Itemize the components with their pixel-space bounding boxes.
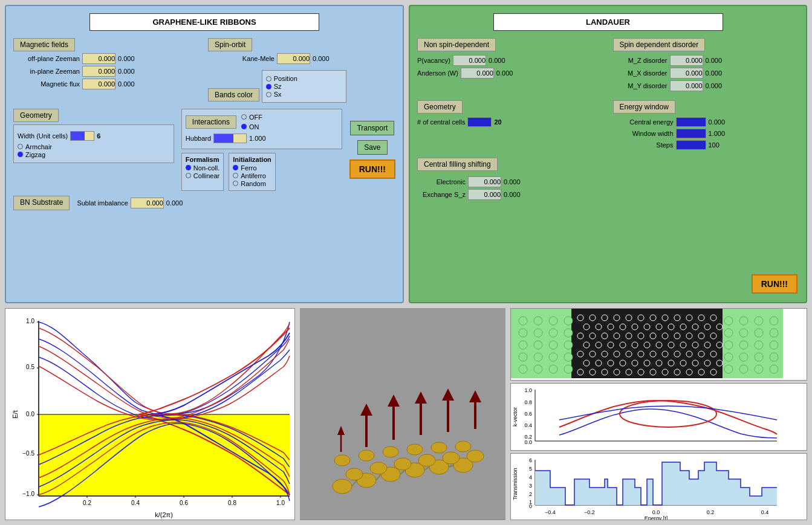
mz-input[interactable] [670, 55, 703, 66]
off-plane-input[interactable] [82, 53, 115, 64]
mag-flux-input[interactable] [82, 79, 115, 89]
position-label: Position [274, 75, 297, 82]
magnetic-fields-btn[interactable]: Magnetic fields [13, 38, 75, 51]
sx-radio[interactable]: Sx [266, 91, 342, 98]
mx-input[interactable] [670, 68, 703, 79]
bands-color-btn[interactable]: Bands color [208, 88, 259, 101]
my-input[interactable] [670, 80, 703, 91]
x-label-08: 0.8 [228, 500, 236, 506]
antiferro-icon [233, 173, 238, 178]
anderson-input[interactable] [461, 68, 494, 79]
run-button-left[interactable]: RUN!!! [349, 159, 395, 179]
exchange-input[interactable] [468, 189, 501, 200]
electronic-input[interactable] [468, 176, 501, 187]
energy-window-section: Energy window Central energy 0.000 Windo… [613, 100, 799, 152]
x-label-06: 0.6 [180, 500, 188, 506]
energy-window-btn[interactable]: Energy window [613, 100, 675, 114]
atom-9 [394, 458, 411, 470]
green-dot [534, 365, 542, 373]
width-slider[interactable] [70, 131, 94, 141]
right-panel: LANDAUER Non spin-dependent P(vacancy) 0… [409, 5, 807, 303]
trans-y-6: 6 [529, 457, 532, 463]
sz-radio[interactable]: Sz [266, 83, 342, 90]
green-dot [534, 353, 542, 361]
non-coll-radio[interactable]: Non-coll. [186, 164, 219, 172]
sublat-input[interactable] [131, 198, 164, 208]
transport-button[interactable]: Transport [350, 121, 394, 135]
spinorbit-section: Spin-orbit Kane-Mele 0.000 Bands color P… [208, 38, 395, 104]
right-geometry-btn[interactable]: Geometry [417, 100, 463, 114]
trans-y-label: Transmission [512, 468, 518, 500]
armchair-radio[interactable]: Armchair [18, 143, 170, 150]
action-buttons: Transport Save RUN!!! [349, 109, 395, 191]
on-radio-icon [241, 124, 247, 129]
trans-y-0: 0 [529, 503, 532, 509]
steps-bar[interactable] [676, 140, 706, 150]
left-top-section: Magnetic fields off-plane Zeeman 0.000 i… [13, 38, 395, 104]
right-geometry-section: Geometry # of central cells 20 [417, 100, 603, 152]
hubbard-slider[interactable] [213, 134, 247, 143]
off-radio[interactable]: OFF [241, 114, 262, 121]
green-dot [519, 341, 527, 349]
green-dot [755, 329, 763, 337]
geometry-btn[interactable]: Geometry [13, 109, 59, 122]
on-radio[interactable]: ON [241, 123, 262, 130]
left-middle-section: Geometry Width (Unit cells) 6 Armchair [13, 109, 395, 191]
ferro-radio[interactable]: Ferro [233, 164, 271, 172]
green-dot [519, 329, 527, 337]
position-radio[interactable]: Position [266, 75, 342, 82]
central-energy-bar[interactable] [676, 117, 706, 127]
trans-x-00: 0.0 [652, 509, 660, 515]
in-plane-input[interactable] [82, 66, 115, 77]
green-dot [724, 353, 733, 361]
kane-mele-input[interactable] [277, 53, 310, 64]
interactions-btn[interactable]: Interactions [186, 115, 236, 129]
kspace-y-04: 0.4 [524, 422, 532, 428]
non-spin-btn[interactable]: Non spin-dependent [417, 38, 496, 51]
p-vacancy-input[interactable] [453, 55, 486, 66]
exchange-row: Exchange S_z 0.000 [417, 189, 799, 200]
green-dot [770, 365, 778, 373]
spin-dep-btn[interactable]: Spin dependent disorder [613, 38, 706, 51]
mz-row: M_Z disorder 0.000 [613, 55, 799, 66]
mz-value: 0.000 [706, 57, 723, 64]
sublat-row: Sublat imbalance 0.000 [77, 198, 183, 208]
trans-y-4: 4 [529, 474, 532, 480]
collinear-radio[interactable]: Collinear [186, 172, 219, 179]
top-row: GRAPHENE-LIKE RIBBONS Magnetic fields of… [0, 0, 812, 308]
p-vacancy-value: 0.000 [489, 57, 505, 64]
in-plane-row: in-plane Zeeman 0.000 [13, 66, 201, 77]
kspace-y-10: 1.0 [524, 387, 532, 393]
green-dot [755, 341, 763, 349]
green-dot [534, 341, 542, 349]
save-button[interactable]: Save [357, 140, 387, 155]
mz-label: M_Z disorder [613, 57, 667, 64]
transmission-chart: 6 5 4 3 2 1 0 Transmission −0.4 −0.2 0.0… [510, 453, 807, 521]
spin-orbit-btn[interactable]: Spin-orbit [208, 38, 252, 51]
my-row: M_Y disorder 0.000 [613, 80, 799, 91]
zigzag-radio[interactable]: Zigzag [18, 151, 170, 158]
green-dot [534, 317, 542, 325]
atom-10 [418, 454, 435, 466]
init-label: Initialization [233, 156, 271, 163]
atom-14 [359, 450, 374, 461]
mol-visual [300, 308, 505, 520]
anderson-row: Anderson (W) 0.000 [417, 68, 603, 79]
bn-substrate-btn[interactable]: BN Substrate [13, 196, 70, 210]
non-coll-label: Non-coll. [193, 164, 219, 172]
antiferro-radio[interactable]: Antiferro [233, 172, 271, 179]
bands-color-section: Bands color Position Sz [208, 70, 395, 104]
x-axis-label: k/(2π) [155, 511, 173, 518]
run-button-right[interactable]: RUN!!! [752, 274, 797, 294]
window-width-bar[interactable] [676, 129, 706, 138]
left-panel-title: GRAPHENE-LIKE RIBBONS [89, 13, 319, 31]
random-radio[interactable]: Random [233, 180, 271, 187]
right-panel-title: LANDAUER [493, 13, 723, 31]
green-dot [755, 317, 763, 325]
interactions-box: Interactions OFF ON [181, 109, 342, 149]
trans-y-3: 3 [529, 483, 532, 489]
exchange-value: 0.000 [504, 191, 521, 198]
central-cells-slider[interactable] [467, 117, 492, 127]
central-filling-btn[interactable]: Central filling shifting [417, 158, 498, 171]
green-dot [549, 353, 557, 361]
